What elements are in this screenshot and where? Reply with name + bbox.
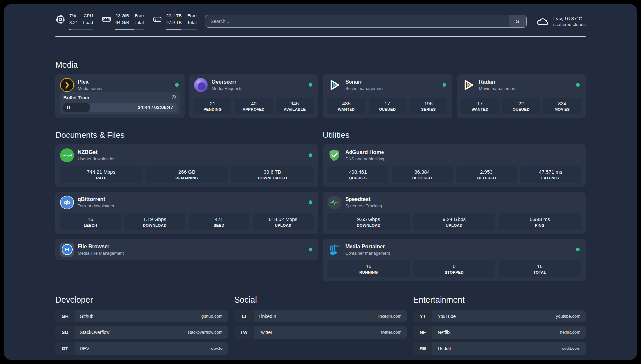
disk-total-label: Total (187, 19, 197, 26)
bookmark-name: YouTube (438, 314, 456, 319)
card-header: Sonarr Series management (327, 78, 447, 92)
stat-tile: 471SEED (189, 213, 250, 230)
stat-tile: 2,953FILTERED (456, 166, 517, 183)
bookmark-link-linkedin[interactable]: LI LinkedInlinkedin.com (234, 310, 407, 322)
bookmark-name: Reddit (438, 346, 451, 351)
stat-tile: 0STOPPED (413, 260, 496, 277)
bookmark-name: DEV (80, 346, 89, 351)
bookmark-abbr: NF (413, 326, 432, 339)
bookmark-url: linkedin.com (378, 314, 401, 318)
app-subtitle: Movie management (479, 86, 572, 91)
bookmark-url: github.com (201, 314, 223, 318)
card-header: Overseerr Media Requests (194, 78, 314, 92)
sonarr-icon (327, 78, 341, 92)
pause-icon[interactable] (67, 106, 70, 109)
app-card-adguard[interactable]: AdGuard Home DNS and adblocking 498,461Q… (323, 144, 586, 187)
bookmark-url: twitter.com (381, 330, 401, 335)
app-subtitle: Media server (78, 86, 171, 91)
app-card-portainer[interactable]: Media Portainer Container management 16R… (323, 239, 586, 281)
bookmark-name: Twitter (259, 330, 272, 335)
cpu-stat-widget: 7% 3.24 CPU Load (55, 13, 93, 30)
disk-free-label: Free (187, 13, 197, 19)
card-header: Media Portainer Container management (327, 243, 581, 257)
disk-stat-widget: 52.4 TB 97.9 TB Free Total (152, 13, 197, 30)
ram-free-label: Free (135, 13, 144, 19)
floppy-disk-icon (62, 244, 73, 255)
card-header: ❯ Plex Media server (60, 78, 180, 92)
bookmark-link-youtube[interactable]: YT YouTubeyoutube.com (413, 310, 586, 322)
bookmarks-section: Developer GH Githubgithub.com SO StackOv… (55, 295, 586, 355)
bookmark-link-reddit[interactable]: RE Redditreddit.com (413, 342, 586, 355)
cpu-stat-row: 7% 3.24 CPU Load (55, 13, 93, 26)
app-name: Media Portainer (345, 244, 572, 250)
card-header: nzbget NZBGet Usenet downloader (60, 148, 314, 162)
app-card-filebrowser[interactable]: File Browser Media File Management (55, 239, 318, 260)
nzbget-icon-text: nzbget (62, 153, 72, 157)
card-header: Radarr Movie management (461, 78, 581, 92)
stat-tiles: 485WANTED 17QUEUED 196SERIES (327, 94, 447, 114)
app-subtitle: Media Requests (212, 86, 305, 91)
bookmark-link-twitter[interactable]: TW Twittertwitter.com (234, 326, 407, 339)
cpu-icon (55, 15, 65, 24)
stat-tiles: 498,461QUERIES 86,384BLOCKED 2,953FILTER… (327, 162, 581, 183)
app-name: Sonarr (345, 79, 439, 85)
cpu-progress-bar (69, 29, 93, 30)
ram-total-label: Total (135, 19, 144, 26)
bookmark-link-github[interactable]: GH Githubgithub.com (55, 310, 228, 322)
bookmarks-entertainment: Entertainment YT YouTubeyoutube.com NF N… (413, 295, 586, 355)
stat-tile: 16TOTAL (499, 260, 581, 277)
app-subtitle: Media File Management (78, 251, 305, 256)
search-engine-button[interactable]: G (509, 15, 526, 27)
card-header: File Browser Media File Management (60, 243, 314, 257)
stat-tile: 21PENDING (194, 98, 232, 114)
weather-condition: scattered clouds (553, 22, 586, 27)
bookmark-link-netflix[interactable]: NF Netflixnetflix.com (413, 326, 586, 339)
status-dot (576, 248, 580, 251)
app-name: Speedtest (345, 197, 581, 202)
app-card-sonarr[interactable]: Sonarr Series management 485WANTED 17QUE… (323, 74, 452, 118)
stat-tiles: 21PENDING 40APPROVED 945AVAILABLE (194, 94, 314, 114)
app-card-plex[interactable]: ❯ Plex Media server Bullet Train (55, 74, 185, 118)
app-card-overseerr[interactable]: Overseerr Media Requests 21PENDING 40APP… (189, 74, 319, 118)
app-name: Overseerr (212, 79, 305, 85)
status-dot (309, 153, 312, 157)
qbittorrent-icon-text: qb (64, 199, 70, 205)
app-name: File Browser (78, 244, 305, 250)
playback-progress-bar[interactable]: 24:44 / 02:06:47 (63, 103, 177, 112)
playback-time: 24:44 / 02:06:47 (138, 105, 176, 110)
status-dot (309, 200, 312, 204)
stat-tile: 16RUNNING (327, 260, 410, 277)
app-card-qbittorrent[interactable]: qb qBittorrent Torrent downloader 16LEEC… (55, 192, 318, 234)
bookmark-abbr: YT (413, 310, 432, 322)
ram-stat-row: 22 GiB 64 GiB Free Total (102, 13, 144, 26)
top-bar: 7% 3.24 CPU Load (55, 4, 586, 30)
bookmark-name: LinkedIn (259, 314, 276, 319)
status-dot (175, 83, 179, 87)
stat-tile: 1.19 GbpsDOWNLOAD (124, 213, 185, 230)
bookmark-link-dev[interactable]: DT DEVdev.to (55, 342, 228, 355)
app-name: AdGuard Home (345, 149, 581, 155)
nzbget-icon: nzbget (60, 148, 74, 162)
stat-tile: 86,384BLOCKED (392, 166, 453, 183)
app-name: qBittorrent (78, 197, 305, 202)
weather-widget: Lviv, 16.87°C scattered clouds (536, 15, 586, 28)
app-card-speedtest[interactable]: Speedtest Speedtest Tracking 9.65 GbpsDO… (323, 192, 586, 234)
status-dot (309, 248, 312, 251)
player-settings-icon[interactable] (171, 95, 177, 101)
disk-icon (152, 15, 162, 24)
disk-stat-row: 52.4 TB 97.9 TB Free Total (152, 13, 197, 26)
app-subtitle: Torrent downloader (78, 203, 305, 208)
app-card-radarr[interactable]: Radarr Movie management 17WANTED 22QUEUE… (457, 74, 586, 118)
plex-chevron: ❯ (64, 81, 70, 88)
media-grid: ❯ Plex Media server Bullet Train (55, 74, 586, 118)
bookmark-link-stackoverflow[interactable]: SO StackOverflowstackoverflow.com (55, 326, 228, 339)
section-title-media: Media (55, 60, 586, 70)
ram-stat-widget: 22 GiB 64 GiB Free Total (102, 13, 144, 30)
app-card-nzbget[interactable]: nzbget NZBGet Usenet downloader 744.21 M… (55, 144, 318, 187)
stat-tile: 618.52 MbpsUPLOAD (253, 213, 314, 230)
overseerr-icon (194, 78, 208, 92)
search-input[interactable] (205, 15, 509, 27)
search-bar[interactable]: G (205, 15, 527, 28)
bookmark-name: Netflix (438, 330, 450, 335)
cpu-usage-value: 7% (69, 13, 78, 19)
